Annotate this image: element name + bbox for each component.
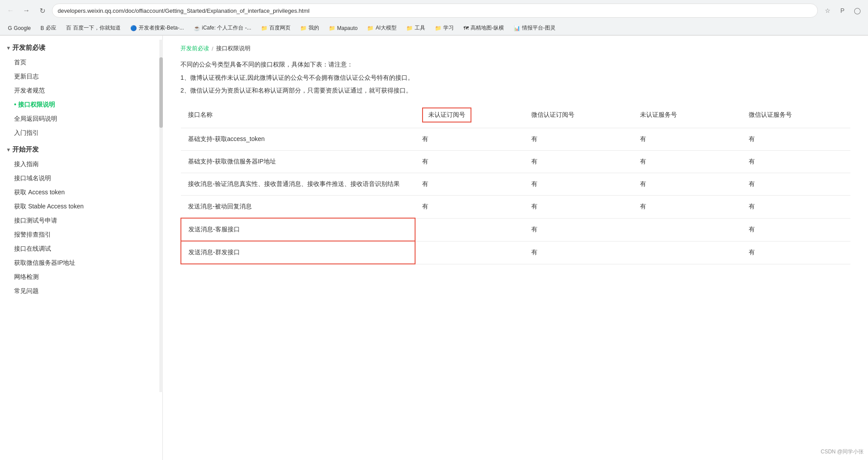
td-unauth-svc bbox=[633, 218, 742, 241]
bookmark-label: 开发者搜索-Beta-... bbox=[139, 24, 184, 32]
folder-icon4: 📁 bbox=[367, 25, 374, 31]
folder-icon3: 📁 bbox=[329, 25, 335, 31]
bookmark-label: AI大模型 bbox=[375, 24, 396, 32]
url-text: developers.weixin.qq.com/doc/offiaccount… bbox=[58, 7, 812, 14]
sidebar: ▾ 开发前必读 首页 更新日志 开发者规范 接口权限说明 全局返回码说明 入门指… bbox=[0, 36, 163, 460]
section-startdev-header[interactable]: ▾ 开始开发 bbox=[0, 142, 162, 157]
address-bar[interactable]: developers.weixin.qq.com/doc/offiaccount… bbox=[52, 4, 818, 18]
bookmark-bing[interactable]: B 必应 bbox=[37, 23, 60, 33]
bookmark-ai[interactable]: 📁 AI大模型 bbox=[364, 23, 400, 33]
folder-icon2: 📁 bbox=[300, 25, 307, 31]
td-interface-name: 发送消息-被动回复消息 bbox=[181, 196, 415, 219]
sidebar-section-start-dev: ▾ 开始开发 接入指南 接口域名说明 获取 Access token 获取 St… bbox=[0, 142, 162, 298]
breadcrumb-prereqs[interactable]: 开发前必读 bbox=[180, 45, 209, 52]
td-wechat-sub: 有 bbox=[524, 128, 633, 151]
sidebar-item-faq[interactable]: 常见问题 bbox=[0, 284, 162, 298]
td-unauth-sub: 有 bbox=[415, 196, 524, 219]
bookmark-label: Mapauto bbox=[337, 25, 358, 31]
td-wechat-sub: 有 bbox=[524, 241, 633, 264]
csdn-watermark: CSDN @同学小张 bbox=[820, 448, 864, 456]
sidebar-item-changelog[interactable]: 更新日志 bbox=[0, 70, 162, 84]
td-interface-name: 基础支持-获取access_token bbox=[181, 128, 415, 151]
sidebar-item-alert-guide[interactable]: 报警排查指引 bbox=[0, 228, 162, 242]
sidebar-item-test-account[interactable]: 接口测试号申请 bbox=[0, 214, 162, 228]
bookmark-label: 工具 bbox=[415, 24, 425, 32]
bing-icon: B bbox=[40, 25, 44, 31]
sidebar-item-access-token[interactable]: 获取 Access token bbox=[0, 185, 162, 200]
sidebar-item-intro-guide[interactable]: 入门指引 bbox=[0, 126, 162, 140]
sidebar-item-domain[interactable]: 接口域名说明 bbox=[0, 171, 162, 185]
google-icon: G bbox=[8, 25, 12, 31]
bookmark-label: 高精地图-纵横 bbox=[471, 24, 504, 32]
section-prereqs-header[interactable]: ▾ 开发前必读 bbox=[0, 40, 162, 56]
td-wechat-sub: 有 bbox=[524, 218, 633, 241]
bookmark-icafe[interactable]: ☕ iCafe: 个人工作台 -... bbox=[190, 23, 255, 33]
bookmark-label: iCafe: 个人工作台 -... bbox=[202, 24, 251, 32]
bookmark-baidu[interactable]: 百 百度一下，你就知道 bbox=[63, 23, 124, 33]
bookmark-label: 学习 bbox=[443, 24, 454, 32]
forward-button[interactable]: → bbox=[20, 4, 33, 17]
bookmark-study[interactable]: 📁 学习 bbox=[431, 23, 457, 33]
td-wechat-svc: 有 bbox=[742, 151, 850, 173]
bookmark-label: 情报平台-图灵 bbox=[522, 24, 555, 32]
bookmark-label: Google bbox=[14, 25, 31, 31]
main-layout: ▾ 开发前必读 首页 更新日志 开发者规范 接口权限说明 全局返回码说明 入门指… bbox=[0, 36, 868, 460]
bookmark-mapauto[interactable]: 📁 Mapauto bbox=[325, 24, 361, 33]
td-wechat-sub: 有 bbox=[524, 173, 633, 196]
icafe-icon: ☕ bbox=[194, 25, 200, 31]
bookmark-label: 百度一下，你就知道 bbox=[73, 24, 121, 32]
folder-icon5: 📁 bbox=[406, 25, 413, 31]
td-wechat-sub: 有 bbox=[524, 151, 633, 173]
td-unauth-sub bbox=[415, 218, 524, 241]
baidu-icon: 百 bbox=[66, 24, 71, 32]
table-row: 接收消息-验证消息真实性、接收普通消息、接收事件推送、接收语音识别结果 有 有 … bbox=[181, 173, 850, 196]
sidebar-item-home[interactable]: 首页 bbox=[0, 56, 162, 70]
bookmark-star-button[interactable]: ☆ bbox=[821, 4, 834, 17]
back-button[interactable]: ← bbox=[4, 4, 17, 17]
bookmark-tools[interactable]: 📁 工具 bbox=[403, 23, 429, 33]
refresh-button[interactable]: ↻ bbox=[36, 4, 48, 17]
sidebar-item-online-debug[interactable]: 接口在线调试 bbox=[0, 242, 162, 256]
bookmark-label: 百度网页 bbox=[269, 24, 291, 32]
breadcrumb-separator: / bbox=[212, 45, 213, 52]
sidebar-item-return-codes[interactable]: 全局返回码说明 bbox=[0, 112, 162, 126]
bookmark-mine[interactable]: 📁 我的 bbox=[297, 23, 323, 33]
th-highlight-cell: 未认证订阅号 bbox=[422, 108, 471, 122]
bookmark-map[interactable]: 🗺 高精地图-纵横 bbox=[460, 23, 508, 33]
sidebar-item-access-guide[interactable]: 接入指南 bbox=[0, 157, 162, 171]
td-interface-name-highlighted: 发送消息-群发接口 bbox=[181, 241, 415, 264]
td-unauth-sub: 有 bbox=[415, 173, 524, 196]
td-wechat-svc: 有 bbox=[742, 218, 850, 241]
intel-icon: 📊 bbox=[514, 25, 520, 31]
td-wechat-svc: 有 bbox=[742, 241, 850, 264]
sidebar-item-network-check[interactable]: 网络检测 bbox=[0, 270, 162, 284]
sidebar-item-stable-token[interactable]: 获取 Stable Access token bbox=[0, 200, 162, 214]
td-unauth-svc: 有 bbox=[633, 151, 742, 173]
collapse-icon2: ▾ bbox=[7, 147, 10, 153]
table-container: 接口名称 未认证订阅号 微信认证订阅号 未认证服务号 微信认证服务号 基础支持-… bbox=[180, 102, 850, 264]
toolbar-icons: ☆ P ◯ bbox=[821, 4, 864, 17]
table-row: 发送消息-被动回复消息 有 有 有 有 bbox=[181, 196, 850, 219]
folder-icon: 📁 bbox=[261, 25, 268, 31]
table-header-row: 接口名称 未认证订阅号 微信认证订阅号 未认证服务号 微信认证服务号 bbox=[181, 102, 850, 128]
td-unauth-svc bbox=[633, 241, 742, 264]
extensions-button[interactable]: ◯ bbox=[851, 4, 864, 17]
browser-chrome: ← → ↻ developers.weixin.qq.com/doc/offia… bbox=[0, 0, 868, 36]
sidebar-item-server-ip[interactable]: 获取微信服务器IP地址 bbox=[0, 256, 162, 270]
td-unauth-sub: 有 bbox=[415, 128, 524, 151]
breadcrumb: 开发前必读 / 接口权限说明 bbox=[180, 45, 850, 52]
bookmark-devsearch[interactable]: 🔵 开发者搜索-Beta-... bbox=[127, 23, 188, 33]
bookmark-google[interactable]: G Google bbox=[4, 24, 34, 33]
sidebar-item-interface-privs[interactable]: 接口权限说明 bbox=[0, 98, 162, 112]
td-interface-name: 接收消息-验证消息真实性、接收普通消息、接收事件推送、接收语音识别结果 bbox=[181, 173, 415, 196]
bookmark-intel[interactable]: 📊 情报平台-图灵 bbox=[510, 23, 559, 33]
bookmark-baidu-web[interactable]: 📁 百度网页 bbox=[257, 23, 294, 33]
devsearch-icon: 🔵 bbox=[130, 25, 137, 31]
th-interface-name: 接口名称 bbox=[181, 102, 415, 128]
td-unauth-svc: 有 bbox=[633, 128, 742, 151]
profile-button[interactable]: P bbox=[836, 4, 849, 17]
bookmark-label: 必应 bbox=[46, 24, 56, 32]
td-unauth-sub: 有 bbox=[415, 151, 524, 173]
sidebar-item-devnorms[interactable]: 开发者规范 bbox=[0, 84, 162, 98]
page-note-2: 2、微信认证分为资质认证和名称认证两部分，只需要资质认证通过，就可获得接口。 bbox=[180, 85, 850, 95]
